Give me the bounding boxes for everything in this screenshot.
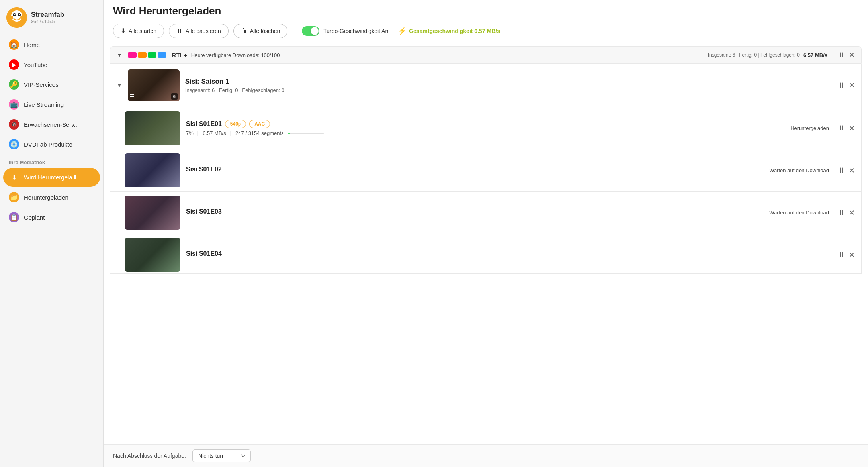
adult-icon: 🔞: [9, 119, 19, 130]
svg-point-7: [20, 16, 23, 20]
task-complete-select[interactable]: Nichts tun Herunterfahren Ruhezustand Be…: [192, 449, 251, 462]
progress-bar-s01e01: [288, 133, 324, 134]
dvdfab-icon: 💿: [9, 139, 19, 149]
episode-info-s01e02: Sisi S01E02: [186, 166, 764, 175]
series-info: Sisi: Saison 1 Insgesamt: 6 | Fertig: 0 …: [185, 78, 832, 93]
speed-section: ⚡ Gesamtgeschwindigkeit 6.57 MB/s: [398, 27, 500, 35]
library-section-title: Ihre Mediathek: [0, 154, 103, 168]
rtl-color-1: [128, 52, 137, 58]
episode-count-badge: 6: [171, 93, 178, 100]
sidebar-item-downloaded[interactable]: 📁 Heruntergeladen: [3, 188, 100, 207]
series-collapse-button[interactable]: ▼: [117, 82, 122, 88]
series-controls: ⏸ ✕: [838, 81, 855, 90]
lightning-icon: ⚡: [398, 27, 407, 35]
series-close-button[interactable]: ✕: [849, 81, 855, 90]
library-nav: ⬇ Wird Heruntergela⬇ 📁 Heruntergeladen 📋…: [0, 168, 103, 227]
collapse-button[interactable]: ▼: [117, 52, 122, 58]
rtl-badge: [128, 52, 166, 58]
episode-title-s01e02: Sisi S01E02: [186, 166, 764, 173]
sidebar-label-planned: Geplant: [24, 214, 45, 221]
home-icon: 🏠: [9, 39, 19, 50]
download-icon: ⬇: [121, 27, 126, 35]
toggle-knob: [311, 27, 319, 35]
topbar: Wird Heruntergeladen: [104, 0, 868, 20]
sidebar-label-youtube: YouTube: [24, 61, 47, 68]
group-pause-button[interactable]: ⏸: [838, 51, 845, 59]
episode-thumbnail-s01e01: [125, 111, 180, 145]
episode-close-button-s01e02[interactable]: ✕: [849, 166, 855, 175]
sidebar-nav: 🏠 Home ▶ YouTube 🔑 VIP-Services 📺 Live S…: [0, 35, 103, 154]
episode-title-s01e04: Sisi S01E04: [186, 250, 832, 257]
svg-point-6: [11, 16, 13, 20]
episode-pause-button-s01e02[interactable]: ⏸: [838, 166, 845, 175]
sidebar-label-live: Live Streaming: [24, 101, 64, 108]
episode-info-s01e01: Sisi S01E01 540p AAC 7% | 6.57 MB/s | 24…: [186, 120, 785, 136]
group-close-button[interactable]: ✕: [849, 51, 855, 59]
turbo-toggle[interactable]: [302, 26, 319, 36]
group-stats: Insgesamt: 6 | Fertig: 0 | Fehlgeschlage…: [708, 52, 800, 58]
turbo-section: Turbo-Geschwindigkeit An: [302, 26, 388, 36]
app-logo: Streamfab x64 6.1.5.5: [0, 0, 103, 35]
episode-controls-s01e03: Warten auf den Download ⏸ ✕: [769, 208, 855, 217]
episode-row-s01e01: Sisi S01E01 540p AAC 7% | 6.57 MB/s | 24…: [110, 107, 862, 149]
sidebar-item-home[interactable]: 🏠 Home: [3, 35, 100, 54]
sidebar-item-planned[interactable]: 📋 Geplant: [3, 208, 100, 227]
service-name: RTL+: [172, 52, 187, 59]
progress-pct-s01e01: 7%: [186, 130, 194, 136]
sidebar-item-youtube[interactable]: ▶ YouTube: [3, 55, 100, 74]
episode-close-button-s01e01[interactable]: ✕: [849, 124, 855, 133]
sidebar-item-live[interactable]: 📺 Live Streaming: [3, 95, 100, 114]
app-version: x64 6.1.5.5: [31, 19, 64, 24]
main-content: Wird Heruntergeladen ⬇ Alle starten ⏸ Al…: [104, 0, 868, 467]
sidebar-item-vip[interactable]: 🔑 VIP-Services: [3, 75, 100, 94]
vip-icon: 🔑: [9, 79, 19, 90]
sidebar-label-downloading: Wird Heruntergela⬇: [24, 174, 78, 181]
speed-s01e01: 6.57 MB/s: [203, 130, 226, 136]
episode-controls-s01e01: Heruntergeladen ⏸ ✕: [790, 124, 855, 133]
episode-row-s01e04: Sisi S01E04 ⏸ ✕: [110, 234, 862, 274]
logo-icon: [6, 7, 27, 28]
sidebar: Streamfab x64 6.1.5.5 🏠 Home ▶ YouTube 🔑…: [0, 0, 104, 467]
live-icon: 📺: [9, 99, 19, 110]
sidebar-item-dvdfab[interactable]: 💿 DVDFab Produkte: [3, 135, 100, 154]
episode-thumbnail-s01e04: [125, 238, 180, 272]
download-area[interactable]: ▼ RTL+ Heute verfügbare Downloads: 100/1…: [104, 43, 868, 444]
series-row: ▼ 6 ☰ Sisi: Saison 1 Insgesamt: 6 | Fert…: [110, 64, 862, 107]
sidebar-item-downloading[interactable]: ⬇ Wird Heruntergela⬇: [3, 168, 100, 187]
segments-s01e01: 247 / 3154 segments: [235, 130, 283, 136]
series-pause-button[interactable]: ⏸: [838, 81, 845, 90]
bottom-label: Nach Abschluss der Aufgabe:: [113, 453, 186, 459]
svg-point-5: [19, 14, 20, 15]
svg-point-4: [14, 14, 16, 15]
turbo-label: Turbo-Geschwindigkeit An: [323, 28, 388, 34]
youtube-icon: ▶: [9, 59, 19, 70]
episode-progress-row-s01e01: 7% | 6.57 MB/s | 247 / 3154 segments: [186, 130, 785, 136]
delete-all-button[interactable]: 🗑 Alle löschen: [233, 24, 288, 38]
episode-row-s01e02: Sisi S01E02 Warten auf den Download ⏸ ✕: [110, 149, 862, 192]
tag-aac: AAC: [249, 120, 270, 128]
rtl-color-2: [138, 52, 147, 58]
sidebar-label-downloaded: Heruntergeladen: [24, 194, 68, 201]
app-name: Streamfab: [31, 11, 64, 19]
pause-all-button[interactable]: ⏸ Alle pausieren: [169, 24, 229, 38]
series-menu-icon: ☰: [129, 93, 135, 100]
page-title: Wird Heruntergeladen: [113, 5, 221, 17]
sidebar-item-adult[interactable]: 🔞 Erwachsenen-Serv...: [3, 115, 100, 134]
group-available: Heute verfügbare Downloads: 100/100: [191, 52, 704, 58]
episode-pause-button-s01e01[interactable]: ⏸: [838, 124, 845, 132]
sidebar-label-home: Home: [24, 41, 40, 48]
episode-close-button-s01e04[interactable]: ✕: [849, 251, 855, 259]
episode-thumbnail-s01e03: [125, 196, 180, 230]
series-title: Sisi: Saison 1: [185, 78, 832, 86]
episode-thumbnail-s01e02: [125, 153, 180, 187]
sidebar-label-adult: Erwachsenen-Serv...: [24, 121, 79, 128]
episode-title-s01e01: Sisi S01E01 540p AAC: [186, 120, 785, 128]
start-all-button[interactable]: ⬇ Alle starten: [113, 24, 164, 38]
episode-controls-s01e04: ⏸ ✕: [838, 251, 855, 259]
group-header: ▼ RTL+ Heute verfügbare Downloads: 100/1…: [110, 46, 862, 64]
episode-close-button-s01e03[interactable]: ✕: [849, 208, 855, 217]
episode-pause-button-s01e04[interactable]: ⏸: [838, 251, 845, 259]
speed-text: Gesamtgeschwindigkeit 6.57 MB/s: [409, 28, 500, 34]
episode-title-s01e03: Sisi S01E03: [186, 208, 764, 215]
episode-pause-button-s01e03[interactable]: ⏸: [838, 208, 845, 217]
